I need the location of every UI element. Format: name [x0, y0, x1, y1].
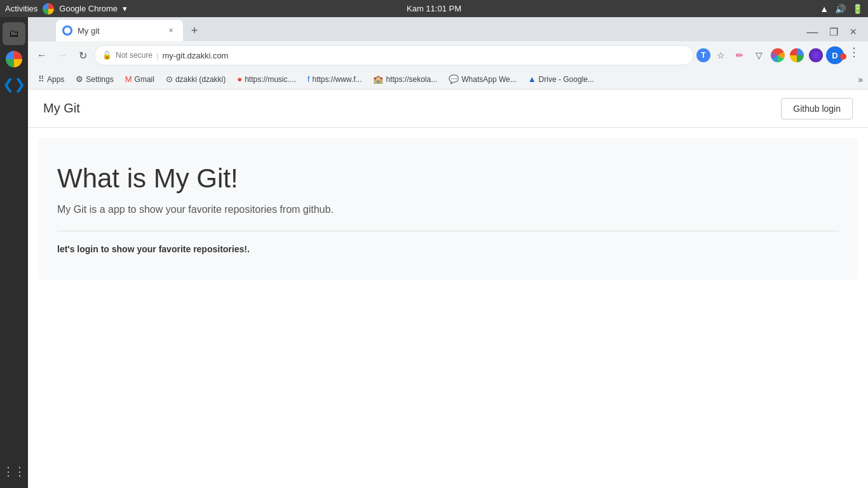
hero-section: What is My Git! My Git is a app to show …	[38, 138, 858, 280]
extension-colorful1-icon[interactable]	[769, 46, 787, 64]
bookmarks-more-button[interactable]: »	[858, 74, 863, 85]
extension-arrow-icon[interactable]: ▽	[750, 46, 768, 64]
hero-subtitle: My Git is a app to show your favorite re…	[57, 204, 839, 215]
bookmark-button[interactable]: ☆	[712, 46, 729, 64]
system-time: Kam 11:01 PM	[407, 4, 461, 13]
drive-icon: ▲	[528, 74, 536, 84]
bookmark-sekola-label: https://sekola...	[386, 75, 437, 84]
apps-grid-icon: ⠿	[38, 74, 44, 84]
wifi-icon: ▲	[820, 4, 829, 14]
bookmark-gmail-label: Gmail	[135, 75, 154, 84]
bookmarks-bar: ⠿ Apps ⚙ Settings M Gmail ⊙ dzakki (dzak…	[28, 69, 868, 90]
minimize-button[interactable]: —	[803, 25, 822, 39]
tab-favicon	[62, 25, 72, 36]
dock-files-icon[interactable]: 🗂	[3, 22, 25, 45]
tab-title: My git	[78, 26, 100, 36]
bookmark-whatsapp-label: WhatsApp We...	[461, 75, 516, 84]
new-tab-button[interactable]: +	[186, 22, 203, 39]
facebook-icon: f	[308, 74, 310, 84]
bookmark-gmail[interactable]: M Gmail	[120, 72, 159, 86]
extension-colorful2-icon[interactable]	[788, 46, 806, 64]
notification-area: ⋮	[845, 43, 863, 67]
notification-dot	[840, 53, 846, 60]
bookmark-drive[interactable]: ▲ Drive - Google...	[523, 72, 599, 86]
maximize-button[interactable]: ❐	[825, 26, 842, 38]
bookmark-music[interactable]: ● https://music....	[232, 72, 301, 86]
sound-icon: 🔊	[835, 4, 846, 14]
bookmark-apps-label: Apps	[47, 75, 64, 84]
system-bar: Activities Google Chrome ▾ Kam 11:01 PM …	[0, 0, 868, 17]
bookmark-apps[interactable]: ⠿ Apps	[33, 72, 69, 86]
bookmark-settings-label: Settings	[86, 75, 113, 84]
page-header: My Git Github login	[28, 90, 868, 128]
bookmark-github-label: dzakki (dzakki)	[175, 75, 226, 84]
toolbar-icons: T ☆ ✏ ▽ D ⋮	[696, 43, 863, 67]
extension-pen-icon[interactable]: ✏	[731, 46, 749, 64]
close-button[interactable]: ×	[846, 25, 860, 39]
extension-purple-icon[interactable]	[807, 46, 825, 64]
page-title: My Git	[43, 101, 80, 116]
dropdown-arrow[interactable]: ▾	[123, 4, 127, 13]
bookmark-music-label: https://music....	[245, 75, 296, 84]
github-login-button[interactable]: Github login	[781, 98, 853, 119]
browser-toolbar: ← → ↻ 🔓 Not secure | my-git.dzakki.com T…	[28, 41, 868, 69]
battery-icon: 🔋	[852, 4, 863, 14]
bookmark-github[interactable]: ⊙ dzakki (dzakki)	[161, 72, 231, 86]
sekola-icon: 🏫	[373, 74, 383, 84]
bookmark-facebook[interactable]: f https://www.f...	[302, 72, 367, 86]
url-text: my-git.dzakki.com	[162, 51, 228, 60]
hero-title: What is My Git!	[57, 163, 839, 194]
bookmark-settings[interactable]: ⚙ Settings	[71, 72, 118, 86]
activities-button[interactable]: Activities	[5, 4, 37, 13]
active-tab[interactable]: My git ×	[56, 20, 183, 41]
system-dock: 🗂 ❮❯ ⋮⋮	[0, 17, 28, 488]
reload-button[interactable]: ↻	[74, 46, 92, 64]
hero-login-prompt: let's login to show your favorite reposi…	[57, 244, 839, 254]
bookmark-sekola[interactable]: 🏫 https://sekola...	[368, 72, 442, 86]
tab-close-button[interactable]: ×	[165, 25, 177, 36]
dock-chrome-icon[interactable]	[3, 48, 25, 71]
forward-button[interactable]: →	[53, 46, 71, 64]
dock-vscode-icon[interactable]: ❮❯	[3, 73, 25, 96]
bookmark-facebook-label: https://www.f...	[312, 75, 362, 84]
bookmark-drive-label: Drive - Google...	[539, 75, 594, 84]
settings-icon: ⚙	[76, 74, 83, 84]
app-name-label: Google Chrome	[59, 4, 118, 13]
whatsapp-icon: 💬	[449, 74, 459, 84]
webpage-container: My Git Github login What is My Git! My G…	[28, 90, 868, 488]
chrome-icon	[43, 3, 54, 15]
window-controls: — ❐ ×	[803, 25, 865, 41]
menu-button[interactable]: ⋮	[845, 43, 863, 61]
github-icon: ⊙	[166, 74, 173, 84]
music-icon: ●	[237, 74, 242, 84]
back-button[interactable]: ←	[33, 46, 51, 64]
hero-divider	[57, 231, 839, 231]
not-secure-label: Not secure	[116, 51, 153, 60]
tab-bar: My git × + — ❐ ×	[28, 17, 868, 41]
bookmark-whatsapp[interactable]: 💬 WhatsApp We...	[444, 72, 521, 86]
translate-extension-icon[interactable]: T	[696, 48, 710, 62]
dock-grid-icon[interactable]: ⋮⋮	[3, 460, 25, 483]
gmail-icon: M	[125, 74, 132, 84]
address-bar[interactable]: 🔓 Not secure | my-git.dzakki.com	[94, 45, 694, 65]
separator: |	[156, 51, 158, 60]
security-icon: 🔓	[102, 51, 112, 60]
